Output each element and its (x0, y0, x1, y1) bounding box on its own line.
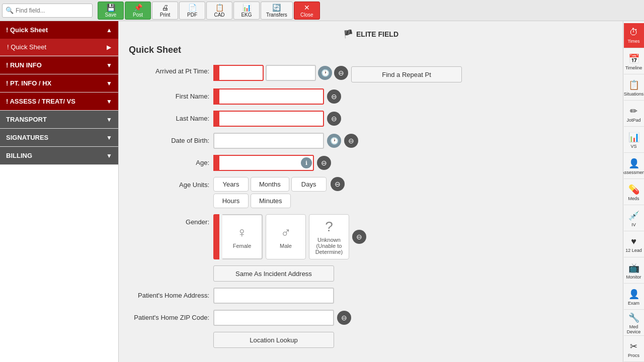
unknown-icon: ? (325, 219, 333, 235)
pdf-label: PDF (187, 12, 197, 18)
cad-button[interactable]: 📋 CAD (206, 2, 232, 20)
arrived-at-pt-time-row: Arrived at Pt Time: 🕐 ⊖ Find a Repeat Pt (129, 63, 613, 82)
same-address-controls: Same As Incident Address (213, 265, 334, 282)
location-lookup-button[interactable]: Location Lookup (213, 332, 334, 348)
12lead-button[interactable]: ♥ 12 Lead (624, 232, 644, 257)
chevron-down-icon: ▼ (106, 62, 112, 69)
age-units-label: Age Units: (129, 177, 209, 189)
close-button[interactable]: ✕ Close (294, 2, 320, 20)
cad-icon: 📋 (215, 4, 224, 12)
gender-unknown-button[interactable]: ? Unknown (Unable to Determine) (309, 214, 349, 259)
sidebar-item-quick-sheet[interactable]: ! Quick Sheet ▶ (0, 39, 118, 56)
sidebar-header-assess[interactable]: ! ASSESS / TREAT/ VS ▼ (0, 93, 118, 110)
meds-label: Meds (628, 196, 639, 201)
sidebar-header-quick-sheet[interactable]: ! Quick Sheet ▲ (0, 21, 118, 39)
vs-icon: 📊 (628, 132, 639, 143)
female-icon: ♀ (237, 225, 248, 241)
chevron-up-icon: ▲ (106, 27, 112, 34)
print-button[interactable]: 🖨 Print (152, 2, 178, 20)
location-lookup-controls: Location Lookup (213, 332, 334, 348)
find-repeat-pt-label: Find a Repeat Pt (382, 71, 431, 78)
sidebar-section-quick-sheet: ! Quick Sheet ▲ ! Quick Sheet ▶ (0, 21, 118, 56)
monitor-button[interactable]: 📺 Monitor (624, 258, 644, 284)
exam-label: Exam (628, 301, 639, 306)
arrived-time-clock-button[interactable]: 🕐 (318, 66, 332, 80)
chevron-down-icon: ▼ (106, 98, 112, 105)
age-units-years-button[interactable]: Years (213, 177, 249, 192)
last-name-label: Last Name: (129, 111, 209, 122)
chevron-down-icon: ▼ (106, 116, 112, 123)
transfers-button[interactable]: 🔄 Transfers (261, 2, 293, 20)
home-address-label: Patient's Home Address: (129, 288, 209, 299)
gender-female-button[interactable]: ♀ Female (222, 214, 263, 259)
search-bar[interactable]: 🔍 (2, 4, 93, 18)
first-name-input[interactable] (213, 88, 324, 105)
same-as-incident-button[interactable]: Same As Incident Address (213, 265, 334, 282)
med-device-button[interactable]: 🔧 Med Device (624, 311, 644, 336)
post-button[interactable]: 📌 Post (125, 2, 151, 20)
dob-clock-button[interactable]: 🕐 (327, 134, 341, 148)
age-units-months-button[interactable]: Months (251, 177, 289, 192)
home-zip-input[interactable] (213, 310, 334, 326)
pdf-button[interactable]: 📄 PDF (179, 2, 205, 20)
last-name-controls: ⊖ (213, 111, 341, 127)
age-units-days-button[interactable]: Days (291, 177, 327, 192)
sidebar-section-label: ! PT. INFO / HX (6, 79, 51, 87)
gender-male-button[interactable]: ♂ Male (266, 214, 306, 259)
age-minus-button[interactable]: ⊖ (317, 156, 331, 170)
last-name-input[interactable] (213, 111, 324, 127)
meds-button[interactable]: 💊 Meds (624, 180, 644, 205)
gender-minus-button[interactable]: ⊖ (352, 230, 366, 244)
first-name-minus-button[interactable]: ⊖ (327, 89, 341, 104)
dob-minus-button[interactable]: ⊖ (344, 134, 358, 148)
procs-label: Procs (628, 353, 639, 358)
transfers-label: Transfers (266, 12, 287, 18)
last-name-minus-button[interactable]: ⊖ (327, 112, 341, 126)
sidebar-section-label: SIGNATURES (6, 134, 48, 141)
procs-button[interactable]: ✂ Procs (624, 337, 644, 362)
exam-button[interactable]: 👤 Exam (624, 285, 644, 310)
cad-label: CAD (214, 12, 224, 18)
save-button[interactable]: 💾 Save (98, 2, 124, 20)
vs-button[interactable]: 📊 VS (624, 128, 644, 153)
search-input[interactable] (16, 7, 89, 14)
times-button[interactable]: ⏱ Times (624, 23, 644, 48)
sidebar-header-billing[interactable]: BILLING ▼ (0, 147, 118, 164)
sidebar-section-assess: ! ASSESS / TREAT/ VS ▼ (0, 93, 118, 111)
location-lookup-label: Location Lookup (250, 336, 297, 344)
sidebar-header-transport[interactable]: TRANSPORT ▼ (0, 111, 118, 128)
age-units-hours-button[interactable]: Hours (213, 194, 249, 208)
elite-field-header: 🏴 ELITE FIELD (129, 29, 613, 39)
age-input[interactable] (213, 155, 314, 171)
jotpad-button[interactable]: ✏ JotPad (624, 102, 644, 127)
med-device-icon: 🔧 (628, 312, 639, 323)
situations-button[interactable]: 📋 Situations (624, 75, 644, 101)
arrived-time-minus-button[interactable]: ⊖ (334, 66, 348, 80)
ekg-button[interactable]: 📊 EKG (233, 2, 260, 20)
find-repeat-pt-button[interactable]: Find a Repeat Pt (351, 66, 462, 82)
timeline-button[interactable]: 📅 Timeline (624, 49, 644, 74)
sidebar-section-label: TRANSPORT (6, 116, 47, 123)
age-units-minutes-button[interactable]: Minutes (251, 194, 291, 208)
assessment-button[interactable]: 👤 Assessment (624, 154, 644, 179)
post-icon: 📌 (134, 4, 142, 12)
content-area: 🏴 ELITE FIELD Quick Sheet Arrived at Pt … (119, 21, 623, 362)
sidebar-header-pt-info[interactable]: ! PT. INFO / HX ▼ (0, 74, 118, 92)
pdf-icon: 📄 (188, 4, 197, 12)
age-units-minus-button[interactable]: ⊖ (331, 177, 345, 191)
sidebar-section-transport: TRANSPORT ▼ (0, 111, 118, 129)
sidebar-header-signatures[interactable]: SIGNATURES ▼ (0, 129, 118, 146)
close-icon: ✕ (304, 4, 310, 12)
male-label: Male (280, 243, 292, 249)
home-address-input[interactable] (213, 288, 334, 304)
dob-input[interactable] (213, 133, 324, 149)
arrived-time-input-1[interactable] (213, 65, 264, 81)
iv-label: IV (631, 222, 636, 227)
iv-button[interactable]: 💉 IV (624, 206, 644, 231)
gender-controls: ♀ Female ♂ Male ? Unknown (Unable to Det… (213, 214, 366, 259)
home-zip-minus-button[interactable]: ⊖ (337, 311, 351, 325)
arrived-time-input-2[interactable] (266, 65, 316, 81)
sidebar-header-run-info[interactable]: ! RUN INFO ▼ (0, 56, 118, 74)
first-name-controls: ⊖ (213, 88, 341, 105)
age-info-button[interactable]: ℹ (301, 157, 312, 168)
